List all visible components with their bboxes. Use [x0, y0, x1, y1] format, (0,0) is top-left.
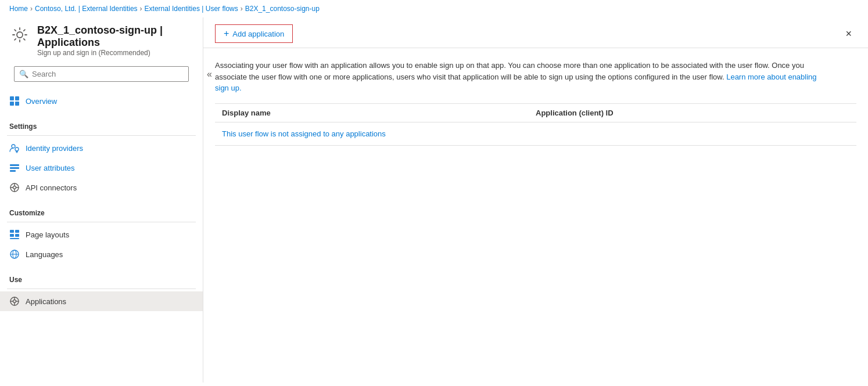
- svg-rect-8: [10, 167, 19, 169]
- sidebar: B2X_1_contoso-sign-up | Applications Sig…: [0, 17, 203, 383]
- customize-section: Customize Page layouts: [0, 197, 203, 264]
- svg-rect-1: [10, 96, 14, 100]
- svg-rect-18: [10, 234, 14, 237]
- svg-rect-20: [10, 238, 19, 239]
- table-header: Display name Application (client) ID: [215, 104, 856, 122]
- use-section-title: Use: [0, 270, 203, 286]
- svg-rect-19: [15, 234, 19, 237]
- search-icon: 🔍: [19, 70, 28, 78]
- svg-point-6: [15, 147, 19, 151]
- breadcrumb-b2x[interactable]: B2X_1_contoso-sign-up: [245, 5, 320, 13]
- svg-rect-2: [15, 96, 19, 100]
- svg-rect-7: [10, 164, 19, 166]
- add-application-button[interactable]: + Add application: [215, 24, 293, 43]
- add-application-label: Add application: [232, 30, 284, 38]
- column-display-name: Display name: [222, 109, 536, 117]
- overview-icon: [9, 96, 20, 106]
- applications-icon: [9, 296, 20, 306]
- page-header-icon: [9, 24, 30, 45]
- settings-divider: [7, 135, 196, 136]
- svg-point-25: [13, 300, 16, 303]
- settings-section-title: Settings: [0, 117, 203, 133]
- svg-point-0: [17, 32, 23, 38]
- use-section: Use Applications: [0, 264, 203, 311]
- sidebar-item-applications[interactable]: Applications: [0, 291, 203, 311]
- api-connectors-icon: [9, 182, 20, 193]
- plus-icon: +: [224, 28, 229, 39]
- svg-rect-3: [10, 102, 14, 106]
- search-bar: 🔍: [14, 66, 189, 82]
- info-text-block: Associating your user flow with an appli…: [203, 50, 842, 103]
- page-header: B2X_1_contoso-sign-up | Applications Sig…: [0, 17, 203, 62]
- breadcrumb-sep-1: ›: [30, 5, 33, 13]
- user-attributes-icon: [9, 163, 20, 173]
- page-title: B2X_1_contoso-sign-up | Applications: [37, 24, 193, 49]
- identity-providers-icon: [9, 143, 20, 153]
- sidebar-item-api-connectors[interactable]: API connectors: [0, 178, 203, 197]
- close-button[interactable]: ×: [841, 26, 856, 42]
- sidebar-item-overview-label: Overview: [26, 97, 57, 106]
- svg-point-11: [13, 186, 16, 189]
- sidebar-item-api-connectors-label: API connectors: [26, 183, 77, 192]
- svg-rect-16: [10, 230, 14, 233]
- sidebar-item-identity-providers[interactable]: Identity providers: [0, 138, 203, 158]
- svg-rect-4: [15, 102, 19, 106]
- sidebar-item-page-layouts-label: Page layouts: [26, 230, 69, 239]
- customize-section-title: Customize: [0, 203, 203, 219]
- breadcrumb-user-flows[interactable]: External Identities | User flows: [145, 5, 238, 13]
- use-divider: [7, 288, 196, 289]
- svg-point-5: [12, 145, 15, 148]
- page-header-text: B2X_1_contoso-sign-up | Applications Sig…: [37, 24, 193, 57]
- column-client-id: Application (client) ID: [536, 109, 849, 117]
- breadcrumb-sep-3: ›: [241, 5, 243, 13]
- applications-table: Display name Application (client) ID Thi…: [215, 103, 856, 146]
- sidebar-item-identity-providers-label: Identity providers: [26, 144, 83, 153]
- sidebar-item-user-attributes[interactable]: User attributes: [0, 158, 203, 178]
- sidebar-item-user-attributes-label: User attributes: [26, 164, 75, 172]
- content-header: + Add application ×: [203, 17, 868, 48]
- settings-section: Settings Identity providers: [0, 111, 203, 197]
- sidebar-item-page-layouts[interactable]: Page layouts: [0, 225, 203, 244]
- breadcrumb-sep-2: ›: [140, 5, 142, 13]
- breadcrumb-home[interactable]: Home: [9, 5, 28, 13]
- breadcrumb-contoso[interactable]: Contoso, Ltd. | External Identities: [35, 5, 138, 13]
- customize-divider: [7, 222, 196, 222]
- sidebar-item-applications-label: Applications: [26, 297, 66, 306]
- content-area: + Add application × Associating your use…: [203, 17, 868, 383]
- page-subtitle: Sign up and sign in (Recommended): [37, 49, 193, 57]
- sidebar-item-languages[interactable]: Languages: [0, 244, 203, 264]
- svg-rect-9: [10, 170, 16, 172]
- languages-icon: [9, 249, 20, 259]
- svg-rect-17: [15, 230, 19, 233]
- breadcrumb: Home › Contoso, Ltd. | External Identiti…: [0, 0, 868, 17]
- search-input[interactable]: [32, 70, 184, 78]
- page-layouts-icon: [9, 229, 20, 240]
- info-learn-more-link[interactable]: Learn more about enabling sign up.: [215, 73, 817, 93]
- sidebar-item-overview[interactable]: Overview: [0, 91, 203, 111]
- sidebar-item-languages-label: Languages: [26, 250, 63, 259]
- table-empty-message: This user flow is not assigned to any ap…: [215, 122, 856, 146]
- gear-large-icon: [12, 27, 28, 43]
